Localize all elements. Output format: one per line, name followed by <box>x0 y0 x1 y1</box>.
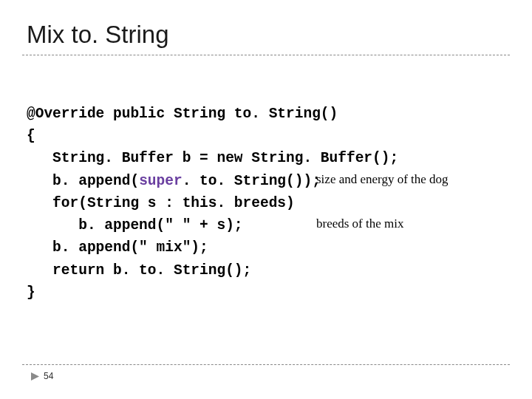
code-line-3: String. Buffer b = new String. Buffer(); <box>27 150 398 166</box>
code-line-9: } <box>27 284 35 301</box>
code-line-2: { <box>27 128 35 144</box>
page-row: 54 <box>22 371 510 381</box>
triangle-icon <box>31 372 39 381</box>
code-line-7: b. append(" mix"); <box>27 239 208 256</box>
page-number: 54 <box>44 371 53 381</box>
footer: 54 <box>22 364 510 381</box>
annotation-breeds: breeds of the mix <box>316 216 404 231</box>
code-line-5: for(String s : this. breeds) <box>27 195 295 211</box>
code-line-6: b. append(" " + s); <box>27 217 243 233</box>
code-line-1: @Override public String to. String() <box>27 106 338 122</box>
content-area: @Override public String to. String() { S… <box>0 55 532 304</box>
slide-title: Mix to. String <box>0 0 532 55</box>
svg-marker-0 <box>31 372 39 381</box>
code-line-8: return b. to. String(); <box>27 262 251 279</box>
annotation-size-energy: size and energy of the dog <box>316 172 449 187</box>
keyword-super: super <box>139 173 183 189</box>
code-line-4b: . to. String()); <box>183 173 321 189</box>
code-line-4a: b. append( <box>27 173 139 189</box>
footer-divider <box>22 364 510 365</box>
code-block: @Override public String to. String() { S… <box>27 103 505 304</box>
